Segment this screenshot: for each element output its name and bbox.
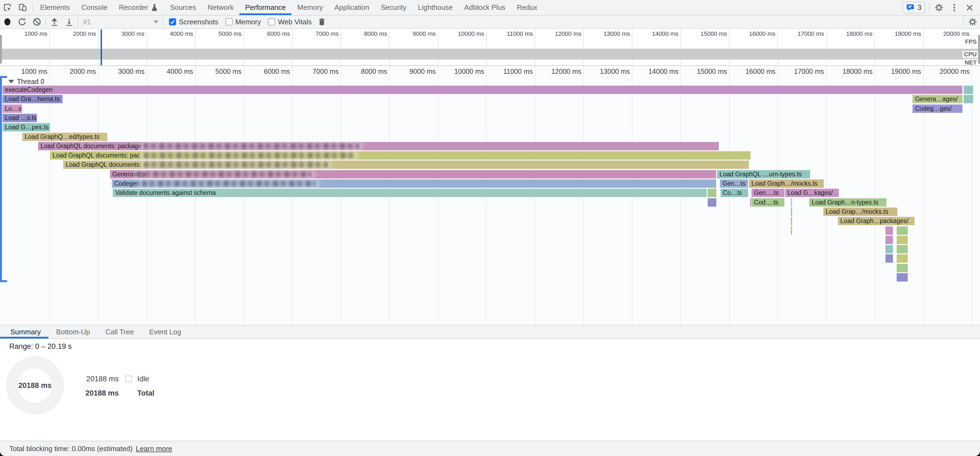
checkbox-label: Memory <box>235 18 261 26</box>
flame-bar-load-gra-hema-ts[interactable]: Load Gra…hema.ts <box>2 95 63 103</box>
issues-counter[interactable]: 3 <box>902 2 925 13</box>
settings-button[interactable] <box>931 3 947 13</box>
flame-bar[interactable] <box>897 245 908 253</box>
flame-bar-load-grap-mocks-ts[interactable]: Load Grap…/mocks.ts <box>823 208 898 216</box>
checkbox-memory[interactable]: Memory <box>226 18 261 26</box>
flame-bar-load-graph-n-types-ts[interactable]: Load Graph…n-types.ts <box>809 198 886 207</box>
flame-bar-load-g-kages[interactable]: Load G…kages/ <box>785 189 839 197</box>
flame-bar[interactable] <box>791 226 792 235</box>
thread-header[interactable]: Thread 0 <box>8 77 44 86</box>
overview-gridline <box>195 29 196 66</box>
detail-tab-summary[interactable]: Summary <box>0 325 48 338</box>
tab-adblock-plus[interactable]: Adblock Plus <box>458 0 511 15</box>
tab-memory[interactable]: Memory <box>291 0 329 15</box>
ruler-tick-label: 8000 ms <box>342 68 387 75</box>
flame-bar[interactable] <box>897 226 908 235</box>
flame-bar-gen-ts[interactable]: Gen…ts <box>720 180 748 188</box>
flame-bar[interactable] <box>964 95 974 103</box>
flame-bar-gen-ts[interactable]: Gen….ts <box>751 189 784 197</box>
flame-bar[interactable] <box>964 86 974 94</box>
detail-tab-call-tree[interactable]: Call Tree <box>98 325 142 338</box>
detail-tab-event-log[interactable]: Event Log <box>142 325 189 338</box>
history-dropdown[interactable]: #1 <box>79 16 161 27</box>
flame-bar-load-graphql-documents[interactable]: Load GraphQL documents: <box>63 160 749 169</box>
flame-bar-codeg-ges[interactable]: Codeg…ges/ <box>912 105 963 113</box>
tab-lighthouse[interactable]: Lighthouse <box>412 0 458 15</box>
clear-recording-button[interactable] <box>30 15 44 29</box>
web vitals-checkbox-box[interactable] <box>268 18 275 25</box>
flame-bar-load-graph-mocks-ts[interactable]: Load Graph…/mocks.ts <box>749 180 824 188</box>
load-profile-button[interactable] <box>47 15 62 29</box>
overview-tick-label: 5000 ms <box>198 30 242 37</box>
flame-bar-load-graphql-documents-package[interactable]: Load GraphQL documents: package <box>38 142 719 150</box>
tab-performance[interactable]: Performance <box>239 0 291 15</box>
tab-redux[interactable]: Redux <box>511 0 543 15</box>
clear-icon <box>32 17 42 27</box>
screenshots-checkbox-box[interactable] <box>169 18 176 25</box>
overview-left-handle[interactable] <box>0 35 2 64</box>
flame-bar-generate-p[interactable]: Generate: p <box>110 170 716 178</box>
device-toolbar-button[interactable] <box>15 0 30 15</box>
flame-bar-validate-documents-against-schema[interactable]: Validate documents against schema <box>113 189 707 197</box>
flame-bar[interactable] <box>708 189 716 197</box>
legend-swatch[interactable] <box>125 376 132 382</box>
checkbox-web-vitals[interactable]: Web Vitals <box>268 18 312 26</box>
record-button[interactable] <box>0 15 15 29</box>
flame-chart[interactable]: 1000 ms2000 ms3000 ms4000 ms5000 ms6000 … <box>0 66 980 325</box>
tab-security[interactable]: Security <box>375 0 412 15</box>
flame-bar[interactable] <box>885 245 893 253</box>
flame-bar[interactable] <box>885 226 893 235</box>
flame-bar-label: Load …s.ts <box>2 114 37 122</box>
reload-and-record-button[interactable] <box>15 15 30 29</box>
flame-bar-cod-ts[interactable]: Cod….ts <box>751 198 784 207</box>
divider <box>963 18 964 26</box>
tab-console[interactable]: Console <box>75 0 113 15</box>
flame-bar-load-graphql-documents-pac[interactable]: Load GraphQL documents: pac <box>50 151 750 160</box>
flame-bar-genera-ages[interactable]: Genera…ages/ <box>912 95 963 103</box>
flame-bar-codegen[interactable]: Codegen: <box>112 180 716 188</box>
tab-recorder[interactable]: Recorder <box>113 0 164 15</box>
flame-bar[interactable] <box>885 236 893 244</box>
flame-bar[interactable] <box>750 198 751 207</box>
flame-bar-load-s-ts[interactable]: Load …s.ts <box>2 114 37 122</box>
detail-tab-bottom-up[interactable]: Bottom-Up <box>48 325 98 338</box>
flame-bar[interactable] <box>885 254 893 263</box>
flame-bar[interactable] <box>897 273 908 281</box>
tab-sources[interactable]: Sources <box>164 0 202 15</box>
flame-bar-lo-s[interactable]: Lo…s <box>2 105 22 113</box>
close-devtools-button[interactable] <box>962 3 977 12</box>
overview-right-handle[interactable] <box>978 35 980 64</box>
more-options-button[interactable] <box>947 3 962 13</box>
save-profile-button[interactable] <box>62 15 76 29</box>
tab-label: Lighthouse <box>418 3 453 12</box>
timeline-overview[interactable]: 1000 ms2000 ms3000 ms4000 ms5000 ms6000 … <box>0 29 980 66</box>
flame-bar[interactable] <box>791 208 792 216</box>
tab-network[interactable]: Network <box>202 0 239 15</box>
device-icon <box>18 3 28 13</box>
flame-bar-label: Genera…ages/ <box>912 95 963 103</box>
checkbox-screenshots[interactable]: Screenshots <box>169 18 218 26</box>
devtools-tabbar: ElementsConsoleRecorderSourcesNetworkPer… <box>0 0 980 16</box>
flame-bar-load-graphql-urn-types-ts[interactable]: Load GraphQL …urn-types.ts <box>717 170 810 178</box>
capture-settings-button[interactable] <box>965 15 980 29</box>
flame-bar[interactable] <box>791 198 792 207</box>
flame-bar[interactable] <box>708 198 716 207</box>
learn-more-link[interactable]: Learn more <box>136 445 172 453</box>
flame-bar[interactable] <box>897 264 908 272</box>
divider <box>32 3 33 12</box>
flame-bar[interactable] <box>897 254 908 263</box>
flame-bar-label: Gen…ts <box>720 180 748 188</box>
flame-bar-co-ts[interactable]: Co…ts <box>721 189 748 197</box>
flame-bar[interactable] <box>791 217 792 225</box>
tab-elements[interactable]: Elements <box>35 0 75 15</box>
memory-checkbox-box[interactable] <box>226 18 233 25</box>
delete-recording-button[interactable] <box>315 15 329 29</box>
flame-bar-load-graphq-ed-types-ts[interactable]: Load GraphQ…ed/types.ts <box>22 133 107 141</box>
flame-bar[interactable] <box>897 236 908 244</box>
flame-bar-load-g-pes-ts[interactable]: Load G…pes.ts <box>2 123 50 132</box>
flame-bar-executecodegen[interactable]: executeCodegen <box>2 86 963 94</box>
inspect-element-button[interactable] <box>0 0 15 15</box>
tab-application[interactable]: Application <box>329 0 375 15</box>
flame-bar-label: Codeg…ges/ <box>912 105 963 113</box>
flame-bar-load-graph-packages[interactable]: Load Graph…packages/ <box>838 217 915 225</box>
